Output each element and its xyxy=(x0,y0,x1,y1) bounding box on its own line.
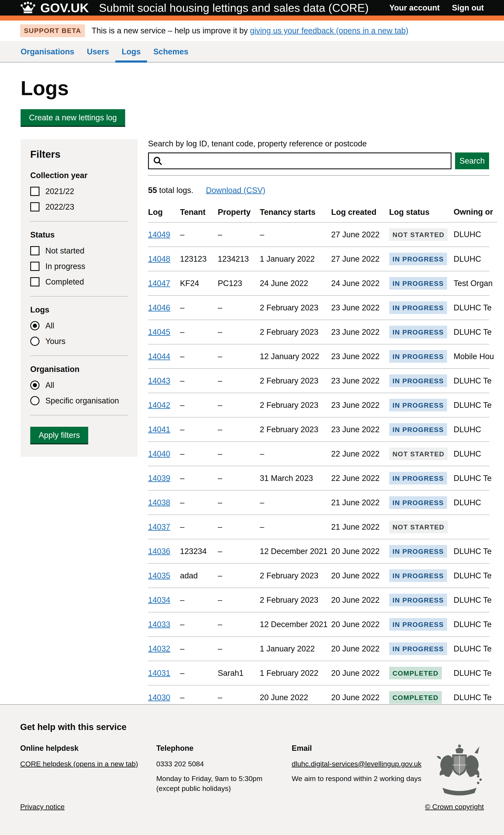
checkbox-icon[interactable] xyxy=(30,187,39,196)
log-id-link[interactable]: 14038 xyxy=(148,498,170,507)
log-id-link[interactable]: 14036 xyxy=(148,547,170,556)
filter-divider xyxy=(30,355,128,356)
log-id-link[interactable]: 14049 xyxy=(148,230,170,239)
search-input[interactable] xyxy=(148,152,451,169)
log-created-cell: 23 June 2022 xyxy=(331,393,389,417)
tenancy-starts-cell: 24 June 2022 xyxy=(260,271,331,296)
tenancy-starts-cell: – xyxy=(260,442,331,466)
status-badge: IN PROGRESS xyxy=(389,643,447,655)
log-id-link[interactable]: 14032 xyxy=(148,644,170,653)
apply-filters-button[interactable]: Apply filters xyxy=(30,427,88,443)
status-badge: NOT STARTED xyxy=(389,521,448,533)
log-id-link[interactable]: 14041 xyxy=(148,425,170,434)
your-account-link[interactable]: Your account xyxy=(389,3,440,13)
nav-item-organisations[interactable]: Organisations xyxy=(14,41,81,62)
status-badge: IN PROGRESS xyxy=(389,545,447,557)
radio-label: Yours xyxy=(45,337,65,346)
log-id-link[interactable]: 14033 xyxy=(148,620,170,629)
log-created-cell: 21 June 2022 xyxy=(331,515,389,539)
checkbox-icon[interactable] xyxy=(30,277,39,286)
core-helpdesk-link[interactable]: CORE helpdesk (opens in a new tab) xyxy=(20,760,138,768)
table-row: 14041 – – 2 February 2023 23 June 2022 I… xyxy=(148,417,489,442)
radio-logs-all[interactable]: All xyxy=(30,321,128,330)
log-id-link[interactable]: 14047 xyxy=(148,279,170,288)
log-id-link[interactable]: 14045 xyxy=(148,328,170,337)
table-row: 14046 – – 2 February 2023 23 June 2022 I… xyxy=(148,296,489,320)
log-id-link[interactable]: 14042 xyxy=(148,401,170,409)
property-cell: – xyxy=(218,490,260,515)
status-badge: IN PROGRESS xyxy=(389,618,447,631)
radio-icon[interactable] xyxy=(30,396,39,405)
radio-organisation-all[interactable]: All xyxy=(30,381,128,390)
checkbox-2022-23[interactable]: 2022/23 xyxy=(30,202,128,211)
header-brand[interactable]: GOV.UK Submit social housing lettings an… xyxy=(20,1,369,15)
search-button[interactable]: Search xyxy=(455,152,489,169)
govuk-header: GOV.UK Submit social housing lettings an… xyxy=(0,0,504,21)
status-badge: IN PROGRESS xyxy=(389,326,447,338)
email-link[interactable]: dluhc.digital-services@levellingup.gov.u… xyxy=(292,760,422,768)
col-header-log-created: Log created xyxy=(331,204,389,222)
log-id-link[interactable]: 14048 xyxy=(148,254,170,263)
phase-banner-message: This is a new service – help us improve … xyxy=(92,26,247,35)
radio-icon[interactable] xyxy=(30,337,39,346)
service-name[interactable]: Submit social housing lettings and sales… xyxy=(99,1,369,14)
log-id-link[interactable]: 14039 xyxy=(148,474,170,483)
log-id-link[interactable]: 14031 xyxy=(148,669,170,677)
tenancy-starts-cell: – xyxy=(260,515,331,539)
main-content: Logs Create a new lettings log Filters C… xyxy=(0,78,504,782)
create-lettings-log-button[interactable]: Create a new lettings log xyxy=(21,109,125,126)
status-badge: IN PROGRESS xyxy=(389,423,447,436)
checkbox-icon[interactable] xyxy=(30,262,39,271)
feedback-link[interactable]: giving us your feedback (opens in a new … xyxy=(250,26,408,35)
tenant-cell: 123234 xyxy=(180,539,218,564)
property-cell: 1234213 xyxy=(218,247,260,271)
checkbox-not-started[interactable]: Not started xyxy=(30,246,128,256)
log-id-link[interactable]: 14034 xyxy=(148,596,170,605)
log-id-link[interactable]: 14046 xyxy=(148,303,170,312)
crown-icon xyxy=(20,1,36,14)
radio-icon[interactable] xyxy=(30,381,39,390)
tenancy-starts-cell: 2 February 2023 xyxy=(260,296,331,320)
email-note: We aim to respond within 2 working days xyxy=(292,774,426,784)
table-row: 14040 – – – 22 June 2022 NOT STARTED DLU… xyxy=(148,442,489,466)
filter-group-organisation: Organisation All Specific organisation xyxy=(30,365,128,405)
log-id-link[interactable]: 14037 xyxy=(148,523,170,531)
download-csv-link[interactable]: Download (CSV) xyxy=(206,186,265,195)
checkbox-completed[interactable]: Completed xyxy=(30,277,128,286)
sign-out-link[interactable]: Sign out xyxy=(452,3,484,13)
logs-filter-label: Logs xyxy=(30,305,128,314)
nav-item-logs[interactable]: Logs xyxy=(115,41,147,62)
checkbox-2021-22[interactable]: 2021/22 xyxy=(30,187,128,196)
nav-item-schemes[interactable]: Schemes xyxy=(147,41,195,62)
log-id-link[interactable]: 14040 xyxy=(148,449,170,458)
checkbox-icon[interactable] xyxy=(30,246,39,256)
col-header-tenant: Tenant xyxy=(180,204,218,222)
owning-organisation-cell: DLUHC Te xyxy=(453,328,491,337)
radio-specific-organisation[interactable]: Specific organisation xyxy=(30,396,128,405)
property-cell: – xyxy=(218,320,260,344)
tenancy-starts-cell: 2 February 2023 xyxy=(260,369,331,393)
log-id-link[interactable]: 14035 xyxy=(148,571,170,580)
log-created-cell: 20 June 2022 xyxy=(331,661,389,685)
log-id-link[interactable]: 14043 xyxy=(148,376,170,385)
table-header-row: Log Tenant Property Tenancy starts Log c… xyxy=(148,204,489,222)
log-id-link[interactable]: 14030 xyxy=(148,693,170,702)
log-id-link[interactable]: 14044 xyxy=(148,352,170,361)
tenancy-starts-cell: 1 January 2022 xyxy=(260,636,331,661)
owning-organisation-cell: DLUHC Te xyxy=(453,644,491,653)
tenancy-starts-cell: 12 December 2021 xyxy=(260,612,331,636)
nav-item-users[interactable]: Users xyxy=(81,41,116,62)
status-badge: IN PROGRESS xyxy=(389,277,447,290)
radio-icon[interactable] xyxy=(30,321,39,330)
privacy-notice-link[interactable]: Privacy notice xyxy=(20,803,65,811)
checkbox-icon[interactable] xyxy=(30,202,39,211)
checkbox-in-progress[interactable]: In progress xyxy=(30,262,128,271)
property-cell: – xyxy=(218,515,260,539)
col-header-owning-organisation: Owning or xyxy=(453,204,497,222)
radio-logs-yours[interactable]: Yours xyxy=(30,337,128,346)
tenancy-starts-cell: – xyxy=(260,490,331,515)
telephone-hours: Monday to Friday, 9am to 5:30pm(except p… xyxy=(156,774,292,794)
tenancy-starts-cell: 12 January 2022 xyxy=(260,344,331,369)
crown-copyright-link[interactable]: © Crown copyright xyxy=(425,803,484,811)
tenant-cell: – xyxy=(180,661,218,685)
